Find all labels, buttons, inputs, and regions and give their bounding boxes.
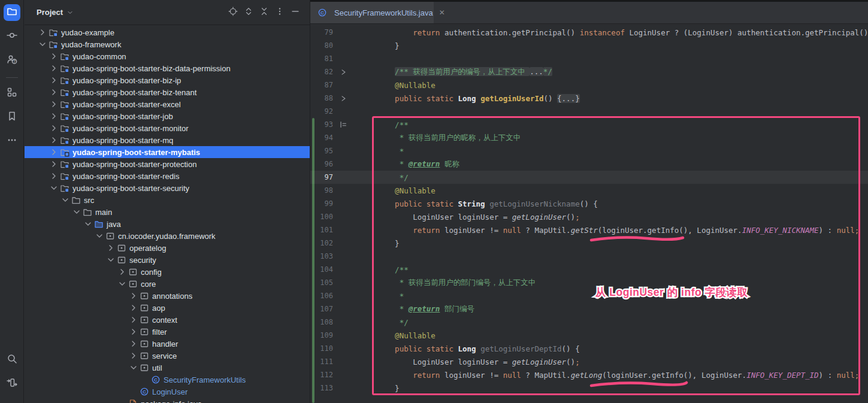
code-line-103[interactable]: 103 (310, 250, 868, 263)
code-line-80[interactable]: 80 } (310, 39, 868, 52)
chevron-down-icon[interactable] (83, 219, 93, 229)
chevron-right-icon[interactable] (49, 75, 59, 85)
fold-icon[interactable] (333, 68, 353, 76)
tree-item-filter[interactable]: filter (25, 326, 310, 338)
tree-item-java[interactable]: java (25, 218, 310, 230)
line-number[interactable]: 109 (310, 331, 333, 340)
code-line-95[interactable]: 95 * (310, 144, 868, 157)
code-line-104[interactable]: 104 /** (310, 263, 868, 276)
chevron-right-icon[interactable] (49, 63, 59, 73)
project-tree[interactable]: yudao-exampleyudao-frameworkyudao-common… (25, 26, 310, 403)
line-number[interactable]: 107 (310, 305, 333, 313)
tree-item-core[interactable]: core (25, 278, 310, 290)
chevron-right-icon[interactable] (129, 291, 138, 301)
line-number[interactable]: 106 (310, 292, 333, 300)
code-line-82[interactable]: 82 /** 获得当前用户的编号，从上下文中 ...*/ (310, 65, 868, 78)
tree-item-aop[interactable]: aop (25, 302, 310, 314)
code-line-112[interactable]: 112 return loginUser != null ? MapUtil.g… (310, 368, 868, 381)
code-line-93[interactable]: 93 /** (310, 118, 868, 131)
code-line-94[interactable]: 94 * 获得当前用户的昵称，从上下文中 (310, 131, 868, 144)
hide-panel-button[interactable] (288, 5, 303, 20)
code-line-96[interactable]: 96 * @return 昵称 (310, 157, 868, 171)
select-opened-file-button[interactable] (226, 5, 240, 20)
line-number[interactable]: 105 (310, 278, 333, 287)
tree-item-yudao-spring-boot-starter-biz-data-permission[interactable]: yudao-spring-boot-starter-biz-data-permi… (25, 62, 310, 74)
code-line-105[interactable]: 105 * 获得当前用户的部门编号，从上下文中 (310, 276, 868, 289)
chevron-right-icon[interactable] (129, 351, 138, 360)
editor-pane[interactable]: C SecurityFrameworkUtils.java ✕ 79 retur… (310, 0, 868, 403)
code-line-98[interactable]: 98 @Nullable (310, 184, 868, 197)
expand-all-button[interactable] (241, 5, 256, 20)
line-number[interactable]: 98 (310, 186, 333, 195)
tree-item-securityframeworkutils[interactable]: CSecurityFrameworkUtils (25, 374, 310, 386)
chevron-right-icon[interactable] (129, 315, 138, 325)
chevron-right-icon[interactable] (106, 243, 116, 253)
line-number[interactable]: 88 (310, 94, 333, 102)
code-line-110[interactable]: 110 public static Long getLoginUserDeptI… (310, 342, 868, 355)
chevron-down-icon[interactable] (95, 231, 104, 241)
chevron-down-icon[interactable] (66, 9, 74, 16)
tree-item-yudao-spring-boot-starter-biz-tenant[interactable]: yudao-spring-boot-starter-biz-tenant (25, 86, 310, 98)
chevron-right-icon[interactable] (49, 123, 59, 133)
chevron-right-icon[interactable] (49, 51, 59, 61)
line-number[interactable]: 112 (310, 371, 333, 379)
tree-item-config[interactable]: config (25, 266, 310, 278)
chevron-down-icon[interactable] (129, 363, 138, 372)
line-number[interactable]: 82 (310, 68, 333, 76)
collapse-all-button[interactable] (257, 5, 271, 20)
tree-item-yudao-example[interactable]: yudao-example (25, 26, 310, 38)
chevron-right-icon[interactable] (49, 87, 59, 97)
code-line-102[interactable]: 102 } (310, 237, 868, 250)
code-line-79[interactable]: 79 return authentication.getPrincipal() … (310, 26, 868, 39)
tree-item-security[interactable]: security (25, 254, 310, 266)
chevron-right-icon[interactable] (129, 327, 138, 337)
search-button[interactable] (4, 352, 20, 368)
code-line-109[interactable]: 109 @Nullable (310, 329, 868, 342)
bookmarks-button[interactable] (4, 109, 20, 126)
line-number[interactable]: 95 (310, 147, 333, 155)
chevron-down-icon[interactable] (72, 207, 81, 217)
terminal-button[interactable] (4, 375, 20, 392)
line-number[interactable]: 113 (310, 384, 333, 392)
tree-item-context[interactable]: context (25, 314, 310, 326)
tree-item-yudao-spring-boot-starter-mq[interactable]: yudao-spring-boot-starter-mq (25, 134, 310, 146)
code-line-87[interactable]: 87 @Nullable (310, 78, 868, 92)
tab-close-icon[interactable]: ✕ (439, 8, 445, 17)
tree-item-yudao-spring-boot-starter-excel[interactable]: yudao-spring-boot-starter-excel (25, 98, 310, 110)
line-number[interactable]: 81 (310, 54, 333, 63)
tree-item-yudao-spring-boot-starter-redis[interactable]: yudao-spring-boot-starter-redis (25, 170, 310, 182)
options-menu-button[interactable] (273, 5, 287, 20)
tree-item-yudao-spring-boot-starter-mybatis[interactable]: yudao-spring-boot-starter-mybatis (25, 146, 310, 158)
code-line-107[interactable]: 107 * @return 部门编号 (310, 302, 868, 316)
tree-item-cn-iocoder-yudao-framework[interactable]: cn.iocoder.yudao.framework (25, 230, 310, 242)
tree-item-main[interactable]: main (25, 206, 310, 218)
line-number[interactable]: 99 (310, 199, 333, 208)
chevron-right-icon[interactable] (38, 28, 47, 37)
tree-item-package-info-java[interactable]: package-info.java (25, 398, 310, 403)
tree-item-util[interactable]: util (25, 362, 310, 374)
code-line-111[interactable]: 111 LoginUser loginUser = getLoginUser()… (310, 355, 868, 368)
code-line-113[interactable]: 113 } (310, 381, 868, 395)
line-number[interactable]: 108 (310, 318, 333, 326)
code-line-108[interactable]: 108 */ (310, 316, 868, 329)
line-number[interactable]: 101 (310, 226, 333, 234)
tree-item-yudao-spring-boot-starter-monitor[interactable]: yudao-spring-boot-starter-monitor (25, 122, 310, 134)
tab-securityframeworkutils[interactable]: C SecurityFrameworkUtils.java ✕ (310, 2, 434, 23)
line-number[interactable]: 100 (310, 213, 333, 221)
line-number[interactable]: 80 (310, 41, 333, 50)
code-line-100[interactable]: 100 LoginUser loginUser = getLoginUser()… (310, 210, 868, 223)
line-number[interactable]: 79 (310, 28, 333, 37)
chevron-right-icon[interactable] (49, 147, 59, 157)
tree-item-operatelog[interactable]: operatelog (25, 242, 310, 254)
line-number[interactable]: 103 (310, 252, 333, 260)
tree-item-handler[interactable]: handler (25, 338, 310, 350)
pull-requests-button[interactable]: ? (4, 52, 20, 69)
chevron-right-icon[interactable] (49, 111, 59, 121)
tree-item-yudao-framework[interactable]: yudao-framework (25, 38, 310, 50)
code-editor[interactable]: 79 return authentication.getPrincipal() … (310, 25, 868, 403)
commit-button[interactable] (4, 28, 20, 45)
code-line-99[interactable]: 99 public static String getLoginUserNick… (310, 197, 868, 210)
code-line-101[interactable]: 101 return loginUser != null ? MapUtil.g… (310, 223, 868, 237)
line-number[interactable]: 104 (310, 265, 333, 274)
more-tool-windows-button[interactable] (4, 133, 20, 150)
